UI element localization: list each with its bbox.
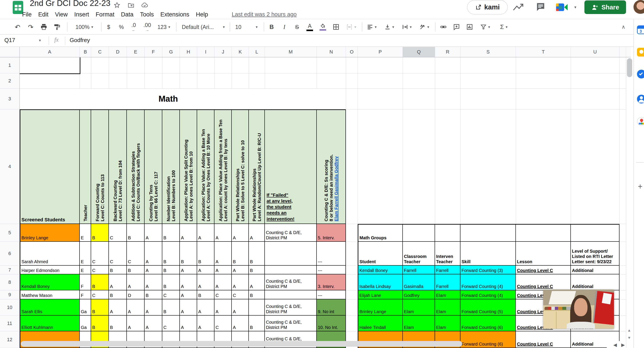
grade-cell-i5[interactable]: A xyxy=(197,224,214,242)
math-groups-empty-cell[interactable] xyxy=(516,224,571,242)
maps-icon[interactable] xyxy=(637,117,644,126)
skill-header-cell-e[interactable]: Addition & Subtraction Strategies Level … xyxy=(127,109,144,224)
grade-cell-l8[interactable]: A xyxy=(249,274,265,290)
group-classroom-teacher-cell[interactable]: Gasimalla xyxy=(403,274,435,290)
lesson-link-cell[interactable]: Counting Level C xyxy=(516,274,571,290)
group-header-student[interactable]: Student xyxy=(358,242,403,266)
grade-cell-j10[interactable]: A xyxy=(214,299,232,315)
grade-cell-c5[interactable]: B xyxy=(91,224,109,242)
assessment-cell[interactable] xyxy=(265,242,317,266)
student-name-cell[interactable]: Kendall Boney xyxy=(20,274,80,290)
group-header-classroom-teacher[interactable]: Classroom Teacher xyxy=(403,242,435,266)
grade-cell-g6[interactable]: B xyxy=(162,242,180,266)
group-classroom-teacher-cell[interactable]: Elam xyxy=(403,315,435,331)
row-header-8[interactable]: 8 xyxy=(0,274,19,290)
grade-cell-e8[interactable]: A xyxy=(127,274,144,290)
row-header-4[interactable]: 4 xyxy=(0,109,19,224)
scroll-down-arrow[interactable]: ▼ xyxy=(627,336,631,340)
column-header-m[interactable]: M xyxy=(265,47,317,57)
skill-header-cell-i[interactable]: Application: Place Value: Adding a Base … xyxy=(197,109,214,224)
assessment-cell[interactable]: Counting C & D/E, District PM xyxy=(265,274,317,290)
math-groups-empty-cell[interactable] xyxy=(403,224,435,242)
vertical-scrollbar-thumb[interactable] xyxy=(627,58,632,77)
student-name-cell[interactable]: Elliott Kuhlmann xyxy=(20,315,80,331)
grade-cell-e5[interactable]: B xyxy=(127,224,144,242)
teacher-cell[interactable]: F xyxy=(80,290,91,299)
screened-students-header-cell[interactable]: Screened Students xyxy=(20,109,80,224)
grade-cell-l9[interactable]: B xyxy=(249,290,265,299)
grade-cell-f7[interactable]: A xyxy=(144,266,162,274)
group-support-cell[interactable]: Additional xyxy=(571,266,620,274)
grade-cell-k5[interactable]: A xyxy=(232,224,249,242)
grade-cell-h6[interactable]: B xyxy=(180,242,197,266)
teacher-cell[interactable]: E xyxy=(80,266,91,274)
grade-cell-d5[interactable]: C xyxy=(109,224,127,242)
grade-cell-d8[interactable]: A xyxy=(109,274,127,290)
grade-cell-l5[interactable]: A xyxy=(249,224,265,242)
row-header-12[interactable]: 12 xyxy=(0,331,19,348)
status-cell[interactable]: --- xyxy=(317,290,346,299)
column-header-b[interactable]: B xyxy=(80,47,91,57)
grade-cell-d9[interactable]: B xyxy=(109,290,127,299)
grade-cell-c10[interactable]: B xyxy=(91,299,109,315)
grade-cell-j7[interactable]: A xyxy=(214,266,232,274)
column-header-i[interactable]: I xyxy=(197,47,214,57)
group-classroom-teacher-cell[interactable]: Godfrey xyxy=(403,290,435,299)
group-student-cell[interactable]: Brinley Lange xyxy=(358,299,403,315)
status-cell[interactable]: 10. No Int. xyxy=(317,315,346,331)
column-header-h[interactable]: H xyxy=(180,47,197,57)
keep-icon[interactable] xyxy=(637,48,644,57)
teacher-links[interactable]: Elam Farrell Gasimalla Godfrey xyxy=(334,110,339,221)
student-name-cell[interactable]: Sarah Ahmed xyxy=(20,242,80,266)
skill-header-cell-c[interactable]: Forward Counting Level C: Counts to 113 xyxy=(91,109,109,224)
group-header-lesson[interactable]: Lesson xyxy=(516,242,571,266)
column-header-k[interactable]: K xyxy=(232,47,249,57)
teacher-cell[interactable]: E xyxy=(80,242,91,266)
grade-cell-c6[interactable]: C xyxy=(91,242,109,266)
grade-cell-c11[interactable]: B xyxy=(91,315,109,331)
group-support-cell[interactable]: Additional xyxy=(571,274,620,290)
status-cell[interactable]: 5. Interv. xyxy=(317,224,346,242)
status-cell[interactable]: --- xyxy=(317,266,346,274)
group-skill-cell[interactable]: Forward Counting (4) xyxy=(460,274,516,290)
student-name-cell[interactable]: Matthew Mason xyxy=(20,290,80,299)
counting-note-cell[interactable]: Counting C & D/E: Ss scoring8 or below n… xyxy=(317,109,346,224)
grade-cell-i6[interactable]: B xyxy=(197,242,214,266)
math-groups-empty-cell[interactable] xyxy=(435,224,460,242)
column-header-c[interactable]: C xyxy=(91,47,109,57)
student-name-cell[interactable]: Harper Edmondson xyxy=(20,266,80,274)
grade-cell-e11[interactable]: A xyxy=(127,315,144,331)
group-intervention-teacher-cell[interactable]: Elam xyxy=(435,299,460,315)
contacts-icon[interactable] xyxy=(637,95,644,103)
teacher-cell[interactable]: E xyxy=(80,224,91,242)
column-header-e[interactable]: E xyxy=(127,47,144,57)
grade-cell-c8[interactable]: B xyxy=(91,274,109,290)
grade-cell-g11[interactable]: C xyxy=(162,315,180,331)
column-header-f[interactable]: F xyxy=(144,47,162,57)
assessment-cell[interactable] xyxy=(265,290,317,299)
group-intervention-teacher-cell[interactable]: Farrell xyxy=(435,274,460,290)
grade-cell-g7[interactable]: B xyxy=(162,266,180,274)
assessment-cell[interactable] xyxy=(265,266,317,274)
status-cell[interactable]: 3. Interv. xyxy=(317,274,346,290)
grade-cell-j8[interactable]: A xyxy=(214,274,232,290)
column-header-q[interactable]: Q xyxy=(403,47,435,57)
grade-cell-g8[interactable]: B xyxy=(162,274,180,290)
row-header-2[interactable]: 2 xyxy=(0,73,19,89)
teacher-cell[interactable]: F xyxy=(80,274,91,290)
group-intervention-teacher-cell[interactable]: Elam xyxy=(435,315,460,331)
skill-header-cell-b[interactable]: Teacher xyxy=(80,109,91,224)
group-classroom-teacher-cell[interactable]: Farrell xyxy=(403,266,435,274)
grade-cell-k6[interactable]: B xyxy=(232,242,249,266)
select-all-corner[interactable] xyxy=(0,47,20,57)
grade-cell-l6[interactable]: B xyxy=(249,242,265,266)
skill-header-cell-l[interactable]: Part Whole Relationships Level A: Random… xyxy=(249,109,265,224)
grade-cell-g10[interactable]: B xyxy=(162,299,180,315)
row-header-6[interactable]: 6 xyxy=(0,242,19,266)
teacher-cell[interactable]: Ga xyxy=(80,299,91,315)
grade-cell-j11[interactable]: C xyxy=(214,315,232,331)
group-skill-cell[interactable]: Forward Counting (5) xyxy=(460,299,516,315)
grade-cell-l11[interactable]: B xyxy=(249,315,265,331)
group-header-support[interactable]: Level of Support/ Listed on RTI Letter L… xyxy=(571,242,620,266)
grade-cell-e10[interactable]: A xyxy=(127,299,144,315)
